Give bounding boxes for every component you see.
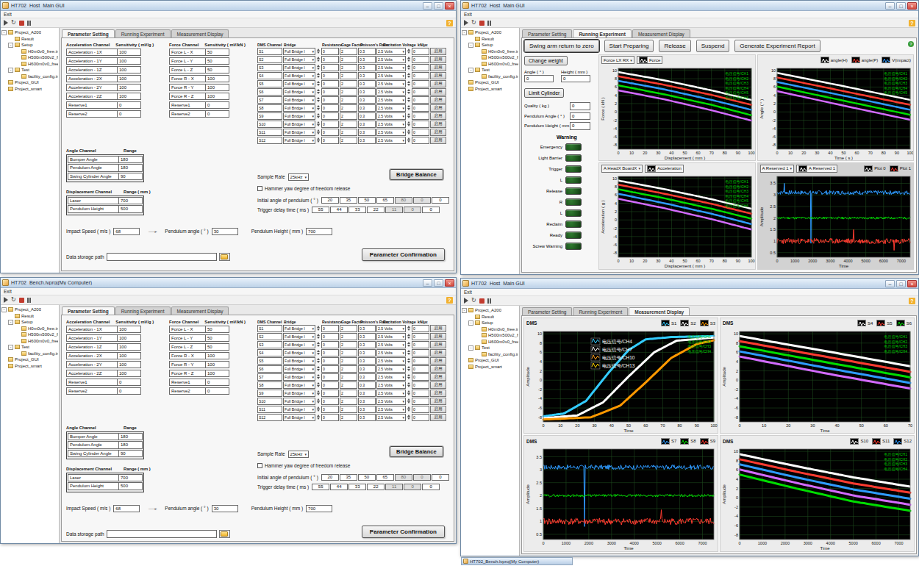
parameter-confirmation-button[interactable]: Parameter Confirmation bbox=[362, 526, 445, 538]
poisson-ratio-input[interactable]: 0.3 bbox=[358, 357, 376, 365]
excitation-voltage-dropdown[interactable]: 2.5 Volts▾ bbox=[376, 381, 406, 389]
sensitivity-input[interactable]: 100 bbox=[118, 326, 141, 334]
spinner[interactable] bbox=[316, 129, 321, 135]
enable-button[interactable]: 启用 bbox=[430, 333, 446, 340]
bridge-dropdown[interactable]: Full Bridge I▾ bbox=[283, 341, 315, 348]
enable-button[interactable]: 启用 bbox=[430, 365, 446, 373]
release-button[interactable]: Release bbox=[659, 40, 690, 52]
sensitivity-input[interactable]: 0 bbox=[206, 379, 229, 387]
gage-factor-input[interactable]: 2 bbox=[340, 381, 357, 389]
spinner[interactable] bbox=[316, 137, 321, 143]
resistance-input[interactable]: 0 bbox=[321, 72, 339, 79]
tree-item[interactable]: - Project_A200 bbox=[462, 307, 518, 314]
bridge-dropdown[interactable]: Full Bridge I▾ bbox=[283, 112, 315, 120]
sensitivity-input[interactable]: 100 bbox=[118, 49, 141, 57]
spinner[interactable] bbox=[407, 113, 411, 118]
sensitivity-input[interactable]: 100 bbox=[118, 75, 141, 83]
gage-factor-input[interactable]: 2 bbox=[340, 72, 357, 79]
kn-input[interactable]: 0 bbox=[412, 48, 429, 55]
bridge-dropdown[interactable]: Full Bridge I▾ bbox=[283, 414, 315, 421]
tree-item[interactable]: Project_smart bbox=[462, 86, 518, 93]
spinner[interactable] bbox=[407, 374, 411, 379]
enable-button[interactable]: 启用 bbox=[430, 414, 446, 421]
tree-item[interactable]: Result bbox=[1, 36, 58, 43]
poisson-ratio-input[interactable]: 0.3 bbox=[358, 104, 376, 112]
suspend-button[interactable]: Suspend bbox=[696, 40, 730, 52]
trigger-delay-cell[interactable]: 0 bbox=[422, 484, 440, 491]
resistance-input[interactable]: 0 bbox=[321, 121, 339, 128]
legend-item-angle(H)[interactable]: angle(H) bbox=[820, 57, 848, 63]
abort-icon[interactable] bbox=[479, 21, 484, 26]
swing-arm-return-button[interactable]: Swing arm return to zero bbox=[524, 40, 599, 52]
pendulum-angle-input[interactable]: 30 bbox=[212, 228, 238, 236]
hammer-checkbox[interactable] bbox=[257, 186, 262, 191]
tree-item[interactable]: Result bbox=[462, 36, 518, 43]
tab-parameter-setting[interactable]: Parameter Setting bbox=[62, 306, 115, 315]
tree-item[interactable]: - Project_A200 bbox=[1, 306, 58, 313]
bridge-dropdown[interactable]: Full Bridge I▾ bbox=[283, 104, 315, 112]
gage-factor-input[interactable]: 2 bbox=[340, 373, 357, 381]
poisson-ratio-input[interactable]: 0.3 bbox=[358, 129, 376, 136]
spinner[interactable] bbox=[316, 57, 321, 62]
resistance-input[interactable]: 0 bbox=[321, 48, 339, 55]
trigger-delay-cell[interactable]: 55 bbox=[312, 484, 329, 491]
spinner[interactable] bbox=[407, 73, 411, 78]
initial-angle-cell[interactable]: 0 bbox=[413, 474, 431, 481]
initial-angle-cell[interactable]: 20 bbox=[321, 474, 339, 481]
enable-button[interactable]: 启用 bbox=[430, 349, 446, 356]
tree-item[interactable]: Project_smart bbox=[1, 86, 58, 93]
excitation-voltage-dropdown[interactable]: 2.5 Volts▾ bbox=[376, 414, 406, 421]
spinner[interactable] bbox=[316, 89, 321, 94]
spinner[interactable] bbox=[316, 326, 321, 331]
resistance-input[interactable]: 0 bbox=[321, 390, 339, 397]
gage-factor-input[interactable]: 2 bbox=[340, 64, 357, 71]
resistance-input[interactable]: 0 bbox=[321, 112, 339, 120]
tree-item[interactable]: - Test bbox=[1, 67, 58, 74]
kn-input[interactable]: 0 bbox=[412, 398, 429, 405]
poisson-ratio-input[interactable]: 0.3 bbox=[358, 96, 376, 104]
enable-button[interactable]: 启用 bbox=[430, 406, 446, 413]
initial-angle-cell[interactable]: 50 bbox=[358, 197, 376, 204]
resistance-input[interactable]: 0 bbox=[321, 365, 339, 373]
excitation-voltage-dropdown[interactable]: 2.5 Volts▾ bbox=[376, 121, 406, 128]
tree-item[interactable]: facility_config.ini bbox=[462, 351, 518, 358]
gage-factor-input[interactable]: 2 bbox=[340, 414, 357, 421]
spinner[interactable] bbox=[316, 342, 321, 347]
enable-button[interactable]: 启用 bbox=[430, 341, 446, 348]
tree-item[interactable]: H500m500v2_free.ini bbox=[462, 54, 518, 61]
initial-angle-cell[interactable]: 35 bbox=[340, 197, 357, 204]
height-input[interactable]: 0 bbox=[561, 75, 590, 83]
kn-input[interactable]: 0 bbox=[412, 390, 429, 397]
bridge-dropdown[interactable]: Full Bridge I▾ bbox=[283, 96, 315, 104]
bridge-dropdown[interactable]: Full Bridge I▾ bbox=[283, 333, 315, 340]
sensitivity-input[interactable]: 50 bbox=[206, 334, 229, 343]
tab-measurement-display[interactable]: Measurement Display bbox=[171, 306, 229, 315]
range-input[interactable]: 90 bbox=[119, 173, 143, 181]
sensitivity-input[interactable]: 50 bbox=[206, 326, 229, 334]
limit-cylinder-button[interactable]: Limit Cylinder bbox=[524, 88, 564, 98]
spinner[interactable] bbox=[407, 406, 411, 412]
titlebar[interactable]: HT702_Host_Main GUI – □ × bbox=[461, 279, 918, 289]
tree-item[interactable]: - Test bbox=[462, 345, 518, 351]
spinner[interactable] bbox=[407, 97, 411, 102]
pendulum-angle-input[interactable]: 30 bbox=[212, 505, 238, 513]
legend-item-S4[interactable]: S4 bbox=[857, 320, 873, 326]
tree-item[interactable]: facility_config.ini bbox=[462, 74, 518, 80]
tree-item[interactable]: H500m500v2_free.ini bbox=[1, 331, 58, 338]
excitation-voltage-dropdown[interactable]: 2.5 Volts▾ bbox=[376, 325, 406, 332]
enable-button[interactable]: 启用 bbox=[430, 72, 446, 79]
initial-angle-cell[interactable]: 80 bbox=[395, 474, 412, 481]
poisson-ratio-input[interactable]: 0.3 bbox=[358, 406, 376, 413]
tree-item[interactable]: - Setup bbox=[1, 42, 58, 49]
gage-factor-input[interactable]: 2 bbox=[340, 349, 357, 356]
spinner[interactable] bbox=[316, 382, 321, 387]
bridge-dropdown[interactable]: Full Bridge I▾ bbox=[283, 64, 315, 71]
excitation-voltage-dropdown[interactable]: 2.5 Volts▾ bbox=[376, 406, 406, 413]
trigger-delay-cell[interactable]: 44 bbox=[330, 207, 348, 214]
bridge-dropdown[interactable]: Full Bridge I▾ bbox=[283, 398, 315, 405]
help-icon[interactable]: ? bbox=[446, 297, 453, 304]
bridge-dropdown[interactable]: Full Bridge I▾ bbox=[283, 406, 315, 413]
initial-angle-cell[interactable]: 20 bbox=[321, 197, 339, 204]
bridge-dropdown[interactable]: Full Bridge I▾ bbox=[283, 325, 315, 332]
enable-button[interactable]: 启用 bbox=[430, 381, 446, 389]
